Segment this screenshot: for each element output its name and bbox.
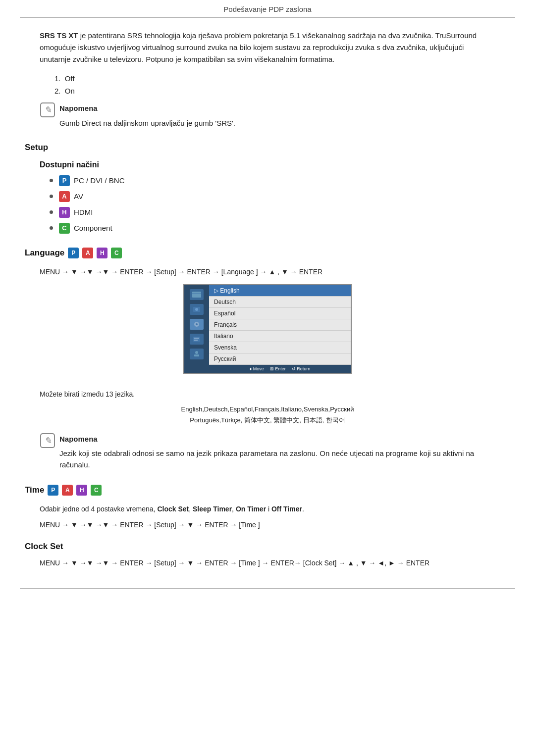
sidebar-icon-5 (190, 349, 204, 359)
svg-rect-10 (194, 340, 198, 341)
mode-icon-a: A (59, 191, 70, 202)
srs-note-box: ✎ Napomena Gumb Direct na daljinskom upr… (40, 103, 495, 129)
clock-set-bold: Clock Set (157, 505, 189, 513)
mode-icon-p: P (59, 175, 70, 186)
mode-label-component: Component (74, 224, 112, 232)
mode-icon-h: H (59, 207, 70, 218)
lang-sidebar (184, 285, 209, 373)
lang-item-italiano: Italiano (209, 331, 351, 342)
time-heading: Time P A H C (25, 485, 495, 496)
option-off: 1. Off (54, 74, 495, 83)
svg-point-7 (196, 323, 198, 325)
lang-menu-footer: ♦ Move ⊠ Enter ↺ Return (209, 365, 351, 373)
lang-note-label: Napomena (59, 435, 98, 443)
time-badge-c: C (91, 485, 102, 496)
srs-bold: SRS TS XT (40, 31, 78, 40)
footer-enter: ⊠ Enter (270, 366, 286, 371)
sleep-timer-bold: Sleep Timer (193, 505, 232, 513)
mode-item-av: A AV (50, 191, 495, 202)
time-desc: Odabir jedne od 4 postavke vremena, Cloc… (40, 504, 495, 514)
lang-item-russian: Русский (209, 353, 351, 365)
lang-list-line2: Português,Türkçe, 简体中文, 繁體中文, 日本語, 한국어 (40, 415, 495, 426)
dostupni-heading: Dostupni načini (40, 160, 495, 169)
lang-menu: ▷ English Deutsch Español Français Itali… (209, 285, 351, 365)
badge-p: P (68, 248, 79, 258)
sidebar-icon-3 (190, 319, 204, 330)
mode-icon-c: C (59, 223, 70, 234)
time-badge-p: P (48, 485, 58, 496)
svg-rect-9 (194, 338, 199, 339)
on-timer-bold: On Timer (236, 505, 266, 513)
off-timer-bold: Off Timer (271, 505, 302, 513)
bullet-pc (50, 179, 53, 182)
lang-list-line1: English,Deutsch,Español,Français,Italian… (40, 404, 495, 415)
sidebar-icon-2 (190, 304, 204, 315)
note-icon: ✎ (40, 102, 55, 118)
language-menu-path: MENU → ▼ →▼ →▼ → ENTER → [Setup] → ENTER… (40, 266, 495, 277)
option-on: 2. On (54, 87, 495, 95)
srs-intro-text: SRS TS XT je patentirana SRS tehnologija… (40, 30, 495, 65)
mode-label-hdmi: HDMI (74, 208, 93, 216)
bullet-hdmi (50, 210, 53, 214)
clock-set-heading: Clock Set (25, 542, 495, 552)
svg-text:✎: ✎ (44, 436, 52, 446)
badge-h: H (97, 248, 107, 258)
badge-c: C (111, 248, 122, 258)
lang-item-espanol: Español (209, 308, 351, 319)
srs-options-list: 1. Off 2. On (54, 74, 495, 95)
language-list: English,Deutsch,Español,Français,Italian… (40, 404, 495, 426)
language-heading: Language P A H C (25, 248, 495, 258)
svg-point-11 (195, 351, 198, 354)
setup-heading: Setup (25, 143, 495, 152)
mode-item-pc: P PC / DVI / BNC (50, 175, 495, 186)
srs-note-text: Gumb Direct na daljinskom upravljaču je … (59, 117, 235, 129)
lang-note-text: Jezik koji ste odabrali odnosi se samo n… (59, 448, 495, 471)
footer-move: ♦ Move (250, 366, 264, 371)
sidebar-icon-1 (190, 289, 204, 300)
svg-text:✎: ✎ (44, 105, 52, 115)
language-note-box: ✎ Napomena Jezik koji ste odabrali odnos… (40, 434, 495, 471)
lang-item-francais: Français (209, 319, 351, 331)
srs-intro-rest: je patentirana SRS tehnologija koja rješ… (40, 31, 477, 63)
note-content: Napomena Gumb Direct na daljinskom uprav… (59, 103, 235, 129)
svg-point-5 (195, 308, 198, 311)
mode-item-hdmi: H HDMI (50, 207, 495, 218)
language-screenshot-wrapper: ▷ English Deutsch Español Français Itali… (40, 284, 495, 382)
svg-rect-8 (193, 337, 200, 342)
mode-label-pc: PC / DVI / BNC (74, 176, 125, 185)
svg-rect-12 (194, 354, 199, 356)
note-icon-lang: ✎ (40, 433, 55, 449)
clock-set-menu-path: MENU → ▼ →▼ →▼ → ENTER → [Setup] → ▼ → E… (40, 557, 495, 568)
time-menu-path: MENU → ▼ →▼ →▼ → ENTER → [Setup] → ▼ → E… (40, 519, 495, 530)
language-count: Možete birati između 13 jezika. (40, 389, 495, 400)
page-container: Podešavanje PDP zaslona SRS TS XT je pat… (0, 0, 535, 756)
time-badge-a: A (62, 485, 73, 496)
time-badge-h: H (76, 485, 87, 496)
bullet-av (50, 195, 53, 198)
lang-item-deutsch: Deutsch (209, 297, 351, 308)
bottom-rule (20, 588, 515, 589)
lang-note-content: Napomena Jezik koji ste odabrali odnosi … (59, 434, 495, 471)
page-title: Podešavanje PDP zaslona (20, 0, 515, 18)
note-label: Napomena (59, 104, 98, 112)
footer-return: ↺ Return (292, 366, 311, 371)
lang-menu-container: ▷ English Deutsch Español Français Itali… (209, 285, 351, 373)
sidebar-icon-4 (190, 334, 204, 345)
mode-item-component: C Component (50, 223, 495, 234)
bullet-component (50, 226, 53, 230)
lang-item-english: ▷ English (209, 285, 351, 297)
lang-item-svenska: Svenska (209, 342, 351, 353)
svg-rect-2 (192, 292, 201, 298)
language-screenshot: ▷ English Deutsch Español Français Itali… (183, 284, 352, 374)
badge-a: A (82, 248, 93, 258)
mode-label-av: AV (74, 192, 83, 201)
mode-list: P PC / DVI / BNC A AV H HDMI C Component (50, 175, 495, 234)
main-content: SRS TS XT je patentirana SRS tehnologija… (0, 18, 535, 618)
